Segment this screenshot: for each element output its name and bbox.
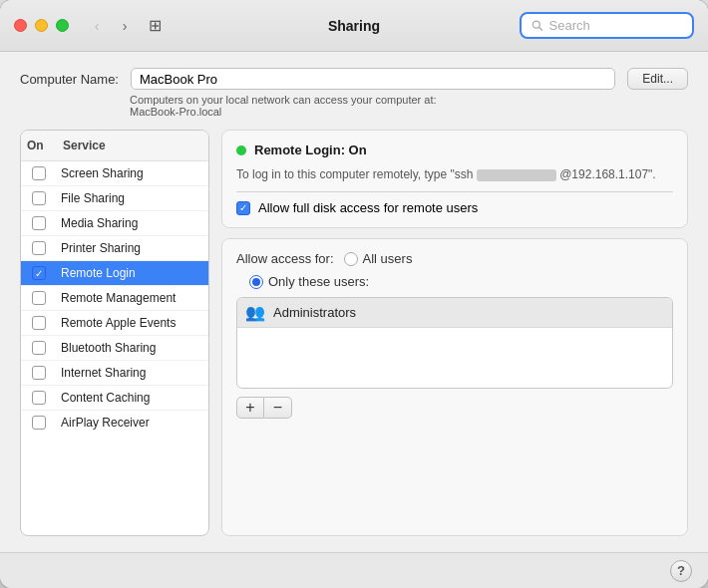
service-checkbox[interactable] [21,416,57,430]
checkbox-media-sharing[interactable] [32,216,46,230]
edit-button[interactable]: Edit... [627,68,688,90]
main-area: On Service Screen Sharing File Sharing M… [20,130,688,536]
checkbox-content-caching[interactable] [32,391,46,405]
service-checkbox[interactable] [21,241,57,255]
blurred-username [477,169,556,181]
list-item[interactable]: Remote Apple Events [21,311,208,336]
access-section: Allow access for: All users Only these u… [221,238,688,536]
chevron-left-icon: ‹ [95,18,100,34]
add-remove-buttons: + − [236,397,292,419]
svg-line-1 [539,28,542,31]
service-checkbox[interactable] [21,291,57,305]
remove-user-button[interactable]: − [264,397,292,419]
list-item[interactable]: File Sharing [21,186,208,211]
search-bar [520,12,694,39]
service-checkbox[interactable] [21,391,57,405]
list-item[interactable]: Remote Management [21,286,208,311]
services-header: On Service [21,131,208,161]
window: ‹ › ⊞ Sharing Computer Name: Edit... [0,0,708,588]
service-checkbox[interactable] [21,216,57,230]
service-name: Internet Sharing [57,364,208,382]
service-checkbox[interactable] [21,316,57,330]
service-checkbox[interactable] [21,191,57,205]
full-disk-checkbox[interactable]: ✓ [236,201,250,215]
services-list: Screen Sharing File Sharing Media Sharin… [21,161,208,435]
service-checkbox[interactable] [21,366,57,380]
user-name: Administrators [273,305,356,320]
table-row[interactable]: 👥 Administrators [237,298,672,328]
nav-buttons: ‹ › [85,14,137,38]
computer-name-row: Computer Name: Edit... [20,68,688,90]
service-checkbox[interactable]: ✓ [21,266,57,280]
grid-icon[interactable]: ⊞ [149,16,162,35]
col-on-header: On [21,135,57,156]
add-user-button[interactable]: + [236,397,264,419]
full-disk-label: Allow full disk access for remote users [258,200,478,215]
ssh-hint: To log in to this computer remotely, typ… [236,165,673,183]
forward-button[interactable]: › [113,14,137,38]
checkbox-airplay-receiver[interactable] [32,416,46,430]
checkbox-remote-management[interactable] [32,291,46,305]
users-list-box: 👥 Administrators [236,297,673,389]
access-for-row: Allow access for: All users [236,251,673,266]
list-item[interactable]: Printer Sharing [21,236,208,261]
checkbox-printer-sharing[interactable] [32,241,46,255]
service-name: AirPlay Receiver [57,414,208,432]
bottom-bar: ? [0,552,708,588]
checkbox-internet-sharing[interactable] [32,366,46,380]
only-users-label: Only these users: [268,274,369,289]
checkbox-file-sharing[interactable] [32,191,46,205]
checkbox-bluetooth-sharing[interactable] [32,341,46,355]
checkbox-remote-apple-events[interactable] [32,316,46,330]
list-item[interactable]: Screen Sharing [21,161,208,186]
list-item[interactable]: AirPlay Receiver [21,411,208,435]
all-users-option[interactable]: All users [344,251,413,266]
right-panel: Remote Login: On To log in to this compu… [221,130,688,536]
maximize-button[interactable] [56,19,69,32]
service-name: File Sharing [57,189,208,207]
divider [236,191,673,192]
checkbox-screen-sharing[interactable] [32,166,46,180]
services-panel: On Service Screen Sharing File Sharing M… [20,130,209,536]
status-text: Remote Login: On [254,143,367,157]
only-users-radio[interactable] [249,275,263,289]
service-checkbox[interactable] [21,166,57,180]
full-disk-row: ✓ Allow full disk access for remote user… [236,200,673,215]
list-item[interactable]: ✓ Remote Login [21,261,208,286]
computer-name-label: Computer Name: [20,72,119,87]
checkbox-remote-login[interactable]: ✓ [32,266,46,280]
allow-access-label: Allow access for: [236,251,334,266]
computer-name-section: Computer Name: Edit... Computers on your… [20,68,688,118]
service-checkbox[interactable] [21,341,57,355]
computer-name-hint: Computers on your local network can acce… [130,94,688,118]
list-item[interactable]: Content Caching [21,386,208,411]
all-users-label: All users [363,251,413,266]
col-service-header: Service [57,135,208,156]
service-name: Remote Login [57,264,208,282]
status-row: Remote Login: On [236,143,673,157]
status-section: Remote Login: On To log in to this compu… [221,130,688,228]
service-name: Remote Apple Events [57,314,208,332]
list-item[interactable]: Bluetooth Sharing [21,336,208,361]
close-button[interactable] [14,19,27,32]
back-button[interactable]: ‹ [85,14,109,38]
title-bar: ‹ › ⊞ Sharing [0,0,708,52]
service-name: Screen Sharing [57,164,208,182]
window-title: Sharing [328,18,380,34]
service-name: Media Sharing [57,214,208,232]
group-icon: 👥 [245,303,265,322]
chevron-right-icon: › [123,18,128,34]
only-users-row: Only these users: [236,274,673,289]
help-button[interactable]: ? [670,560,692,582]
search-input[interactable] [549,18,683,33]
only-users-option[interactable]: Only these users: [249,274,369,289]
traffic-lights [14,19,69,32]
list-item[interactable]: Media Sharing [21,211,208,236]
minimize-button[interactable] [35,19,48,32]
all-users-radio[interactable] [344,252,358,266]
service-name: Bluetooth Sharing [57,339,208,357]
list-item[interactable]: Internet Sharing [21,361,208,386]
service-name: Remote Management [57,289,208,307]
computer-name-input[interactable] [131,68,615,90]
users-empty-area [237,328,672,388]
